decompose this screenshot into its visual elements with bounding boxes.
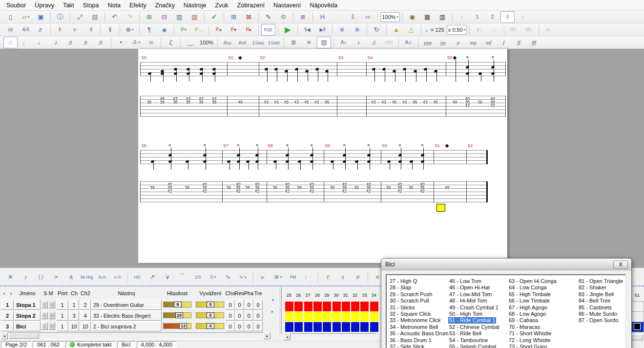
marker-first-button[interactable]: P◂	[211, 24, 226, 36]
grid-measure-cell[interactable]	[313, 311, 322, 322]
drum-instrument-option[interactable]: 72 - Long Whistle	[508, 337, 552, 344]
grid-measure-cell[interactable]	[294, 322, 303, 332]
volume-knob[interactable]: 10	[175, 312, 183, 318]
open-file-button[interactable]: ▱▾	[19, 11, 33, 23]
track-volume-slider[interactable]: 10	[163, 312, 191, 318]
drum-instrument-option[interactable]: 86 - Mute Surdo	[578, 311, 618, 317]
autoscroll-right-button[interactable]: ⇨	[361, 11, 375, 23]
undo-button[interactable]: ↶	[107, 11, 122, 23]
link-beat-button[interactable]: ≍	[144, 37, 158, 48]
page-next-button[interactable]: ›	[516, 11, 530, 23]
track-phaser-cell[interactable]: 0	[244, 321, 253, 331]
track-name[interactable]: Bicí	[14, 321, 41, 331]
grid-measure-cell[interactable]	[631, 301, 644, 312]
track-chorus-cell[interactable]: 0	[226, 310, 235, 321]
grid-selected-cell[interactable]	[631, 322, 644, 332]
keyboard-panel-button[interactable]: ▥	[436, 11, 450, 23]
drum-instrument-option[interactable]: 35 - Acoustic Bass Drum	[389, 330, 449, 337]
multitrack-view-button[interactable]: ≣	[296, 11, 310, 23]
repeat-close-button[interactable]: :‖	[83, 24, 98, 36]
menu-item-n-stroje[interactable]: Nástroje	[179, 1, 211, 10]
rest-button[interactable]: ζ	[164, 37, 178, 48]
metronome-button[interactable]: ▲	[389, 24, 403, 36]
grid-measure-cell[interactable]	[285, 322, 294, 332]
paste-measure-button[interactable]: ▨	[187, 11, 202, 23]
grid-measure-cell[interactable]	[370, 311, 379, 322]
drum-instrument-option[interactable]: 66 - Low Timbale	[508, 298, 551, 304]
horizontal-layout-button[interactable]: H	[315, 11, 330, 23]
track-reverb-cell[interactable]: 0	[235, 321, 244, 331]
track-mute-button[interactable]: M	[49, 323, 55, 330]
drum-instrument-list[interactable]: 27 - High Q28 - Slap29 - Scratch Push30 …	[386, 274, 626, 348]
repeat-open-button[interactable]: ‖:	[53, 24, 67, 36]
score-info-button[interactable]: ⓘ	[53, 11, 67, 23]
coda-button[interactable]: ⊕▾	[123, 24, 137, 36]
track-channel-cell[interactable]: 1	[69, 300, 79, 310]
track-instrument-cell[interactable]: 33 - Electric Bass (finger)	[91, 310, 162, 321]
grid-measure-cell[interactable]	[360, 301, 369, 312]
drum-instrument-option[interactable]: 84 - Bell Tree	[578, 298, 611, 304]
dead-note-button[interactable]: ✕	[3, 271, 18, 283]
dynamic-pp-button[interactable]: pp	[436, 37, 450, 48]
track-channel2-cell[interactable]: 2	[80, 300, 91, 310]
drum-instrument-option[interactable]: 83 - Jingle Bell	[578, 291, 615, 298]
dotted-note-button[interactable]: •	[114, 37, 128, 48]
sixteenth-note-button[interactable]: ♬	[64, 37, 78, 48]
marker-list-button[interactable]: P…	[192, 24, 206, 36]
volume-knob[interactable]: 9	[174, 302, 182, 307]
drum-instrument-option[interactable]: 68 - Low Agogo	[508, 311, 547, 317]
track-mute-button[interactable]: M	[49, 312, 55, 319]
go-end-button[interactable]: ▶‖	[315, 24, 330, 36]
drum-panel-button[interactable]: ◉	[405, 11, 419, 23]
track-volume-slider[interactable]: 13	[163, 323, 191, 329]
menu-item-efekty[interactable]: Efekty	[125, 1, 151, 10]
tapping-button[interactable]: T	[321, 271, 335, 283]
balance-knob[interactable]: 0	[207, 302, 214, 307]
save-button[interactable]: ▣	[34, 11, 48, 23]
track-phaser-cell[interactable]: 0	[244, 300, 253, 310]
dynamic-p-button[interactable]: p	[451, 37, 465, 48]
tuplet-button[interactable]: -3-▾	[129, 37, 143, 48]
play-button[interactable]: ▶	[281, 24, 295, 36]
drum-instrument-option[interactable]: 45 - Low Tom	[448, 278, 482, 284]
grid-measure-cell[interactable]	[322, 311, 332, 322]
drum-instrument-option[interactable]: 49 - Crash Cymbal 1	[448, 304, 499, 311]
grid-measure-cell[interactable]	[351, 311, 360, 322]
speed-select[interactable]: x 0.50▾	[447, 25, 467, 35]
menu-item-zobrazen[interactable]: Zobrazení	[233, 1, 269, 10]
drum-instrument-option[interactable]: 87 - Open Surdo	[578, 317, 619, 324]
drum-instrument-option[interactable]: 31 - Sticks	[389, 304, 415, 311]
drum-instrument-option[interactable]: 53 - Ride Bell	[448, 330, 482, 337]
autoscroll-down-button[interactable]: ⇩	[346, 11, 360, 23]
volume-knob[interactable]: 13	[179, 323, 187, 329]
drum-instrument-option[interactable]: 82 - Shaker	[578, 284, 607, 291]
grid-corner-scroll-piece[interactable]	[631, 334, 643, 340]
hammer-on-button[interactable]: HO	[130, 271, 145, 283]
grid-measure-cell[interactable]	[351, 322, 360, 332]
drum-instrument-option[interactable]: 65 - High Timbale	[508, 291, 552, 298]
track-chorus-cell[interactable]: 0	[226, 321, 235, 331]
grid-measure-cell[interactable]	[370, 301, 379, 312]
drum-instrument-option[interactable]: 27 - High Q	[389, 278, 418, 284]
dialog-title-bar[interactable]: Bicí	[381, 259, 631, 270]
balance-knob[interactable]: 0	[207, 323, 214, 329]
justify-lines-button[interactable]: ≣	[287, 37, 301, 48]
menu-item-nota[interactable]: Nota	[104, 1, 125, 10]
grid-measure-cell[interactable]	[351, 301, 360, 312]
menu-item-zna-ky[interactable]: Značky	[151, 1, 179, 10]
track-mute-button[interactable]: M	[49, 301, 55, 308]
octave-up-button[interactable]: 05↑	[507, 24, 521, 36]
artificial-harmonic-button[interactable]: A.H.	[111, 271, 125, 283]
octava-15mb-button[interactable]: 15mb	[267, 37, 281, 48]
vertical-layout-button[interactable]: ▮	[331, 11, 345, 23]
check-durations-button[interactable]: ✔	[207, 11, 221, 23]
auto-duration-button[interactable]: A♪	[336, 37, 351, 48]
marker-prev-button[interactable]: P▾	[227, 24, 241, 36]
drum-instrument-option[interactable]: 69 - Cabasa	[508, 317, 539, 324]
drum-instrument-option[interactable]: 32 - Square Click	[389, 311, 432, 317]
heavy-accent-button[interactable]: ∧	[64, 271, 78, 283]
insert-beat-button[interactable]: ⊞	[142, 11, 156, 23]
grid-hscroll-track[interactable]	[284, 333, 376, 340]
justify-page-button[interactable]: ▤	[317, 37, 331, 48]
marker-next-button[interactable]: P▸	[242, 24, 256, 36]
